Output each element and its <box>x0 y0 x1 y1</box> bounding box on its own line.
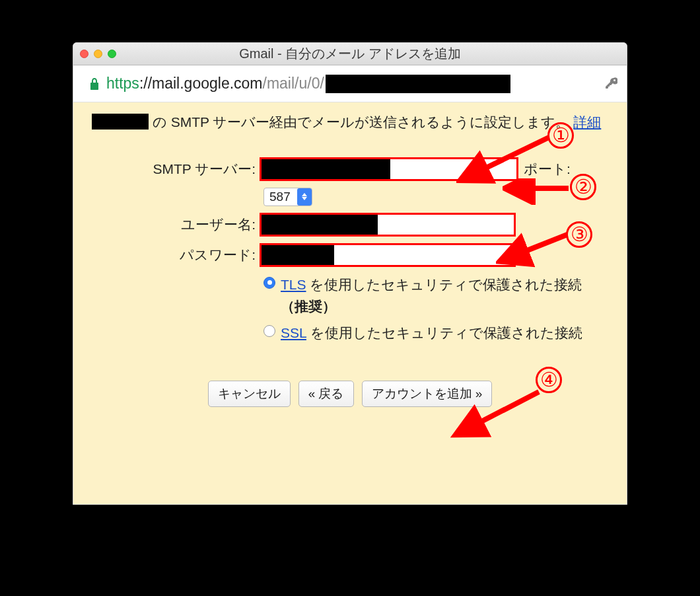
password-row: パスワード: <box>92 243 608 267</box>
cancel-button[interactable]: キャンセル <box>208 381 291 407</box>
close-window-button[interactable] <box>80 50 88 58</box>
recommended-label: （推奨） <box>281 299 336 314</box>
port-select[interactable]: 587 <box>263 188 312 206</box>
key-icon[interactable] <box>604 77 617 91</box>
smtp-form: SMTP サーバー: ポート: 587 ユーザー名: <box>92 157 608 408</box>
address-bar[interactable]: https ://mail.google.com /mail/u/0/ <box>73 65 627 102</box>
dialog-content: の SMTP サーバー経由でメールが送信されるように設定します。 詳細 SMTP… <box>73 102 627 504</box>
password-redacted <box>262 245 334 265</box>
username-row: ユーザー名: <box>92 213 608 237</box>
button-row: キャンセル « 戻る アカウントを追加 » <box>92 381 608 407</box>
window-controls <box>80 50 116 58</box>
intro-text: の SMTP サーバー経由でメールが送信されるように設定します。 詳細 <box>92 112 608 133</box>
add-account-button[interactable]: アカウントを追加 » <box>362 381 493 407</box>
ssl-link[interactable]: SSL <box>281 325 306 340</box>
url-path: /mail/u/0/ <box>263 75 324 93</box>
port-label: ポート: <box>524 160 571 178</box>
back-button[interactable]: « 戻る <box>298 381 354 407</box>
intro-suffix: の SMTP サーバー経由でメールが送信されるように設定します。 <box>153 114 570 130</box>
learn-more-link[interactable]: 詳細 <box>573 114 601 130</box>
smtp-server-input[interactable] <box>260 157 518 181</box>
stepper-icon <box>297 188 312 205</box>
username-input[interactable] <box>260 213 516 237</box>
radio-selected-icon[interactable] <box>263 277 275 289</box>
url-protocol: https <box>106 75 139 93</box>
tls-link[interactable]: TLS <box>281 277 306 292</box>
dialog-window: Gmail - 自分のメール アドレスを追加 https ://mail.goo… <box>73 42 627 505</box>
lock-icon <box>89 77 100 91</box>
minimize-window-button[interactable] <box>94 50 102 58</box>
security-options: TLS を使用したセキュリティで保護された接続 （推奨） SSL を使用したセキ… <box>263 274 600 344</box>
username-label: ユーザー名: <box>92 215 260 234</box>
smtp-server-redacted <box>262 159 390 179</box>
port-row: 587 <box>92 188 608 206</box>
port-value: 587 <box>264 190 297 204</box>
tls-option[interactable]: TLS を使用したセキュリティで保護された接続 （推奨） <box>263 274 600 318</box>
username-redacted <box>262 215 378 235</box>
tls-text: を使用したセキュリティで保護された接続 <box>306 277 582 292</box>
password-input[interactable] <box>260 243 516 267</box>
password-label: パスワード: <box>92 246 260 264</box>
ssl-text: を使用したセキュリティで保護された接続 <box>306 325 582 340</box>
url-redacted <box>326 75 510 93</box>
zoom-window-button[interactable] <box>108 50 116 58</box>
smtp-server-row: SMTP サーバー: ポート: <box>92 157 608 181</box>
redacted-domain <box>92 114 149 130</box>
smtp-server-label: SMTP サーバー: <box>92 160 260 178</box>
window-title: Gmail - 自分のメール アドレスを追加 <box>73 45 627 63</box>
window-titlebar: Gmail - 自分のメール アドレスを追加 <box>73 43 627 65</box>
ssl-option[interactable]: SSL を使用したセキュリティで保護された接続 <box>263 322 600 344</box>
radio-unselected-icon[interactable] <box>263 325 275 337</box>
url-host: ://mail.google.com <box>139 75 263 93</box>
